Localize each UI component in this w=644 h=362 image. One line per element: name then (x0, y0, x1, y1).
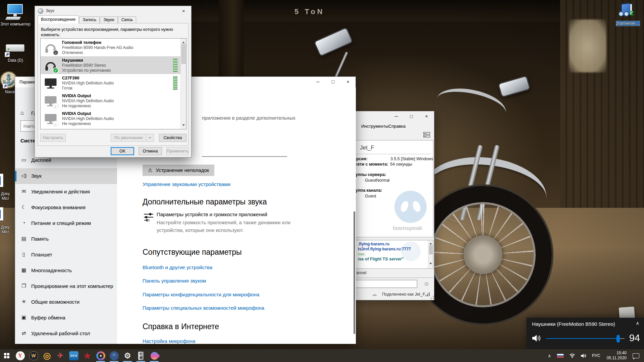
keyboard-language[interactable]: РУС (589, 353, 603, 358)
volume-slider-track[interactable] (546, 338, 625, 339)
taskbar-app-icon[interactable]: ⚙ (121, 349, 134, 362)
volume-slider-thumb[interactable] (616, 335, 620, 343)
sidebar-item[interactable]: ▯ Планшет (15, 247, 117, 263)
scrollbar-thumb[interactable] (354, 212, 355, 334)
sidebar-item[interactable]: ⇄ Удаленный рабочий стол (15, 326, 117, 342)
device-row[interactable]: ✓ Наушники FreeMotion B590 Stereo Устрой… (41, 56, 186, 74)
sidebar-item[interactable]: ☾ Фокусировка внимания (15, 200, 117, 216)
device-status-badge: ↓ (53, 50, 59, 56)
set-default-dropdown[interactable] (146, 134, 154, 142)
taskbar-app-icon[interactable] (0, 349, 13, 362)
volume-slider-track[interactable] (202, 156, 287, 157)
scroll-down-icon[interactable] (429, 263, 432, 266)
minimize-button[interactable]: ─ (389, 111, 404, 121)
maximize-button[interactable]: □ (404, 111, 419, 121)
configure-button[interactable]: Настроить (40, 134, 66, 142)
tab[interactable]: Звуки (100, 16, 118, 23)
taskbar-app-icon[interactable]: Y (13, 349, 27, 362)
sidebar-item[interactable]: ❐ Проецирование на этот компьютер (15, 279, 117, 294)
mic-privacy-link[interactable]: Параметры конфиденциальности для микрофо… (143, 292, 259, 297)
minimize-button[interactable]: ─ (310, 77, 325, 87)
taskbar-app-icon[interactable]: DCS (67, 349, 80, 362)
device-status: Устройство по умолчанию (62, 68, 111, 73)
ok-button[interactable]: OK (111, 147, 134, 155)
russian-flag-icon[interactable] (557, 354, 564, 358)
sidebar-item[interactable]: ⓘ О системе (15, 342, 117, 344)
volume-hint-text: приложении в разделе дополнительных (202, 115, 296, 121)
sound-control-panel-link[interactable]: Панель управления звуком (143, 278, 206, 284)
device-list-scrollbar[interactable] (180, 39, 186, 129)
sidebar-item[interactable]: ▤ Память (15, 231, 117, 247)
desktop-icon-znamienie[interactable]: 2 znamieniie.... (612, 3, 643, 26)
taskbar-app-icon[interactable] (148, 349, 161, 362)
sidebar-item-label: Память (31, 236, 49, 242)
bluetooth-devices-link[interactable]: Bluetooth и другие устройства (143, 264, 212, 270)
taskbar-app-icon[interactable]: ∩ (107, 349, 121, 362)
sidebar-item[interactable]: ▣ Буфер обмена (15, 310, 117, 326)
set-default-button[interactable]: По умолчанию (111, 134, 146, 142)
desktop-icon-this-pc[interactable]: Этот компьютер (0, 3, 31, 26)
action-center-icon[interactable] (633, 353, 639, 358)
sidebar-item-label: Общие возможности (31, 299, 79, 305)
app-volume-title[interactable]: Параметры устройств и громкости приложен… (157, 212, 267, 217)
chevron-up-icon[interactable]: ∧ (636, 320, 639, 326)
scroll-down-icon[interactable] (182, 124, 185, 127)
server-groups-label: Группы сервера: (351, 172, 386, 177)
volume-slider-fill (546, 338, 620, 339)
close-icon[interactable]: × (176, 6, 191, 16)
taskbar-app-icon[interactable]: ✈ (54, 349, 67, 362)
device-row[interactable]: ↓ Головной телефон FreeMotion B590 Hands… (41, 39, 186, 56)
sidebar-item[interactable]: ◁) Звук (15, 168, 117, 184)
scrollbar-thumb[interactable] (181, 44, 186, 64)
sidebar-item[interactable]: ◔ Питание и спящий режим (15, 216, 117, 231)
log-scrollbar[interactable] (428, 240, 433, 268)
tray-speaker-icon[interactable] (578, 353, 589, 358)
scroll-up-icon[interactable] (182, 40, 185, 43)
menu-help[interactable]: Справка (388, 124, 406, 129)
sidebar-item-label: Планшет (31, 252, 52, 257)
sidebar-item[interactable]: ▦ Многозадачность (15, 263, 117, 279)
device-row[interactable]: ↓ NVIDIA Output NVIDIA High Definition A… (41, 110, 186, 127)
wifi-icon[interactable] (567, 353, 578, 358)
device-icon: ↓ (44, 41, 58, 55)
resize-grip[interactable] (431, 296, 434, 299)
manage-sound-devices-link[interactable]: Управление звуковыми устройствами (143, 181, 230, 187)
device-row[interactable]: ↓ NVIDIA Output NVIDIA High Definition A… (41, 92, 186, 110)
tab[interactable]: Воспроизведение (38, 15, 79, 23)
clock[interactable]: 15:40 05.11.2020 (603, 351, 630, 361)
scrollbar-thumb[interactable] (429, 245, 433, 254)
taskbar-app-icon[interactable] (94, 349, 107, 362)
cloud-icon: ☁ (372, 291, 377, 297)
troubleshoot-button[interactable]: ⚠Устранение неполадок (143, 165, 214, 176)
mic-accessibility-link[interactable]: Параметры специальных возможностей микро… (143, 305, 264, 311)
taskbar-apps: Y W ◎ ✈ DCS ★ ∩ ⚙ (0, 349, 161, 362)
maximize-button[interactable]: □ (325, 77, 340, 87)
screen: 5 ToN Этот компьютер ↗ Data (D) ⚓ ↗ Nava… (0, 0, 644, 362)
mic-setup-link[interactable]: Настройка микрофона (143, 338, 195, 344)
tab[interactable]: Запись (79, 16, 100, 23)
sidebar-item[interactable]: ✳ Общие возможности (15, 294, 117, 310)
device-row[interactable]: C27F390 NVIDIA High Definition Audio Гот… (41, 74, 186, 92)
sidebar-item-icon: ◔ (20, 220, 27, 226)
properties-button[interactable]: Свойства (159, 134, 186, 142)
close-button[interactable]: × (419, 111, 434, 121)
taskbar-app-icon[interactable]: ★ (80, 349, 94, 362)
speaker-icon[interactable] (531, 334, 541, 344)
taskbar-app-icon[interactable]: ◎ (40, 349, 54, 362)
sidebar-item[interactable]: ✉ Уведомления и действия (15, 184, 117, 200)
tray-chevron-icon[interactable]: ∧ (545, 353, 554, 358)
menu-tools[interactable]: Инструменты (361, 124, 388, 129)
taskbar-app-icon[interactable]: W (27, 349, 40, 362)
apply-button[interactable]: Применить (166, 147, 189, 155)
channel-tab[interactable]: annel (356, 270, 367, 275)
desktop-icon-data-drive[interactable]: ↗ Data (D) (0, 40, 31, 63)
close-button[interactable]: × (340, 77, 356, 87)
taskbar-app-icon[interactable] (134, 349, 148, 362)
log-line: .flying-barans.ru (358, 242, 411, 247)
scroll-up-icon[interactable] (429, 241, 432, 244)
server-bookmarks-icon[interactable] (423, 132, 431, 138)
tab[interactable]: Связь (118, 16, 137, 23)
emoticon-icon[interactable]: ☺ (424, 281, 429, 287)
cancel-button[interactable]: Отмена (139, 147, 162, 155)
device-status-badge: ↓ (53, 121, 59, 127)
